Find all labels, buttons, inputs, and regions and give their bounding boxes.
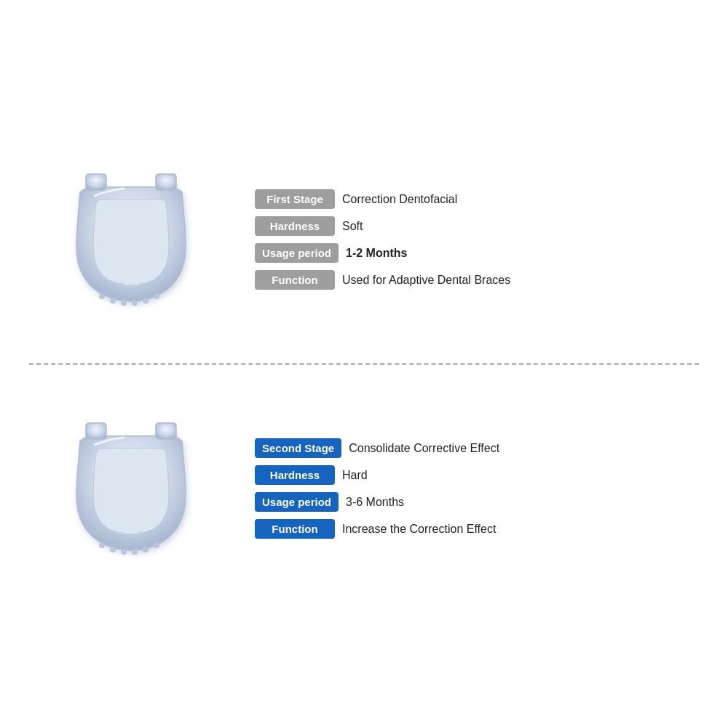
svg-point-7 — [154, 293, 159, 299]
svg-point-13 — [132, 549, 138, 555]
label-first-stage: First Stage — [255, 189, 335, 209]
label-usage-1: Usage period — [255, 243, 339, 263]
svg-rect-1 — [156, 174, 176, 190]
value-second-stage: Consolidate Corrective Effect — [349, 442, 499, 455]
label-function-1: Function — [255, 270, 335, 290]
svg-point-6 — [143, 298, 149, 304]
value-function-1: Used for Adaptive Dental Braces — [342, 274, 510, 287]
value-usage-1: 1-2 Months — [346, 247, 407, 260]
svg-rect-9 — [156, 423, 176, 439]
info-block-first-stage: First Stage Correction Dentofacial Hardn… — [233, 189, 699, 290]
info-row-function-1: Function Used for Adaptive Dental Braces — [255, 270, 699, 290]
svg-point-4 — [121, 300, 127, 306]
svg-point-11 — [110, 547, 116, 553]
info-row-usage-1: Usage period 1-2 Months — [255, 243, 699, 263]
svg-rect-0 — [86, 174, 106, 190]
svg-rect-8 — [86, 423, 106, 439]
label-second-stage: Second Stage — [255, 438, 341, 458]
info-block-second-stage: Second Stage Consolidate Corrective Effe… — [233, 438, 699, 539]
section-second-stage: Second Stage Consolidate Corrective Effe… — [29, 387, 699, 590]
value-hardness-1: Soft — [342, 220, 363, 233]
mouthguard-image-1 — [29, 138, 233, 341]
value-first-stage: Correction Dentofacial — [342, 193, 457, 206]
svg-point-14 — [143, 547, 149, 553]
svg-point-2 — [99, 293, 105, 299]
page: First Stage Correction Dentofacial Hardn… — [0, 0, 728, 728]
svg-point-12 — [121, 549, 127, 555]
section-first-stage: First Stage Correction Dentofacial Hardn… — [29, 138, 699, 341]
label-function-2: Function — [255, 519, 335, 539]
info-row-hardness-1: Hardness Soft — [255, 216, 699, 236]
svg-point-15 — [154, 542, 159, 548]
value-function-2: Increase the Correction Effect — [342, 523, 496, 536]
info-row-function-2: Function Increase the Correction Effect — [255, 519, 699, 539]
svg-point-3 — [110, 298, 116, 304]
section-divider — [29, 363, 699, 365]
label-hardness-2: Hardness — [255, 465, 335, 485]
info-row-stage-2: Second Stage Consolidate Corrective Effe… — [255, 438, 699, 458]
svg-point-10 — [99, 542, 105, 548]
label-usage-2: Usage period — [255, 492, 339, 512]
info-row-stage: First Stage Correction Dentofacial — [255, 189, 699, 209]
mouthguard-image-2 — [29, 387, 233, 590]
label-hardness-1: Hardness — [255, 216, 335, 236]
info-row-hardness-2: Hardness Hard — [255, 465, 699, 485]
value-hardness-2: Hard — [342, 469, 368, 482]
value-usage-2: 3-6 Months — [346, 496, 404, 509]
info-row-usage-2: Usage period 3-6 Months — [255, 492, 699, 512]
svg-point-5 — [132, 300, 138, 306]
